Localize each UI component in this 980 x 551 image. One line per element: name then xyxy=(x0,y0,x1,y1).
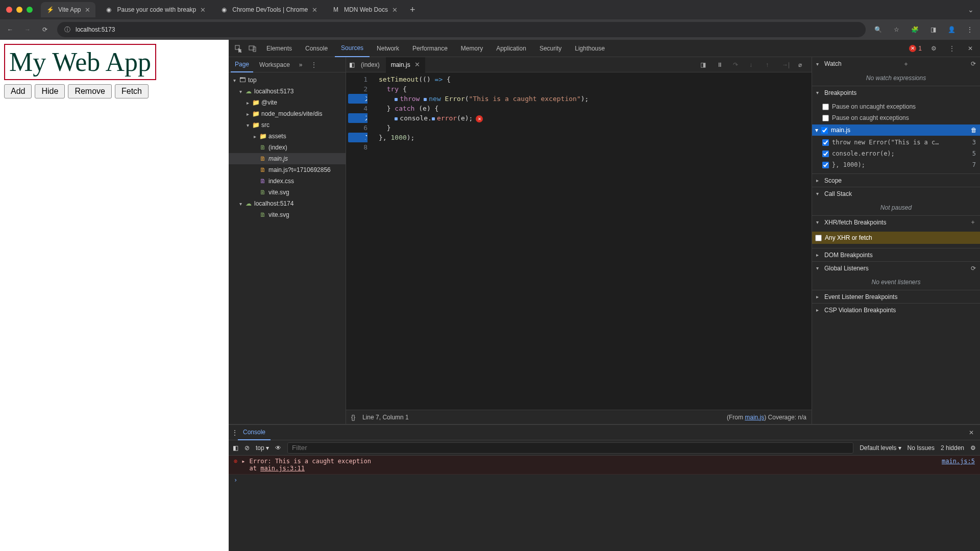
refresh-icon[interactable]: ⟳ xyxy=(971,265,976,272)
console-error-row[interactable]: ⊗ Error: This is a caught exception at m… xyxy=(229,456,980,474)
tree-file-vitesvg[interactable]: 🗎vite.svg xyxy=(229,187,346,198)
no-issues-label[interactable]: No Issues xyxy=(908,444,935,452)
error-count-badge[interactable]: ✕ 1 xyxy=(909,45,922,52)
console-prompt[interactable]: › xyxy=(229,474,980,486)
step-out-icon[interactable]: ↑ xyxy=(766,61,776,68)
side-panel-icon[interactable]: ◨ xyxy=(928,24,938,35)
console-settings-icon[interactable]: ⚙ xyxy=(970,444,976,452)
pause-caught-checkbox[interactable]: Pause on caught exceptions xyxy=(822,112,976,123)
tree-file-mainjs-query[interactable]: 🗎main.js?t=1710692856 xyxy=(229,164,346,176)
breakpoint-item[interactable]: }, 1000);7 xyxy=(822,159,976,170)
tab-close-icon[interactable]: ✕ xyxy=(200,6,206,14)
step-over-icon[interactable]: ↷ xyxy=(733,61,743,68)
tree-root[interactable]: 🗔top xyxy=(229,74,346,86)
navigator-tab-page[interactable]: Page xyxy=(231,57,253,72)
tree-folder-vite[interactable]: 📁@vite xyxy=(229,97,346,108)
close-icon[interactable]: ✕ xyxy=(414,61,420,68)
tree-folder-assets[interactable]: 📁assets xyxy=(229,131,346,142)
drawer-menu-icon[interactable]: ⋮ xyxy=(232,429,238,436)
navigator-tab-workspace[interactable]: Workspace xyxy=(255,57,294,72)
more-icon[interactable]: ⋮ xyxy=(945,42,959,55)
toggle-sidebar-icon[interactable]: ◧ xyxy=(233,444,238,452)
dom-breakpoints-header[interactable]: DOM Breakpoints xyxy=(812,248,980,261)
tree-folder-node-modules[interactable]: 📁node_modules/vite/dis xyxy=(229,108,346,119)
deactivate-breakpoints-icon[interactable]: ⌀ xyxy=(798,61,808,68)
tab-overflow-icon[interactable]: ⌄ xyxy=(968,6,974,14)
bookmark-icon[interactable]: ☆ xyxy=(891,24,901,35)
tree-file-mainjs[interactable]: 🗎main.js xyxy=(229,153,346,164)
tab-close-icon[interactable]: ✕ xyxy=(392,6,398,14)
tab-lighthouse[interactable]: Lighthouse xyxy=(569,40,611,57)
xhr-breakpoints-header[interactable]: XHR/fetch Breakpoints＋ xyxy=(812,215,980,229)
extensions-icon[interactable]: 🧩 xyxy=(910,24,920,35)
breakpoint-file-header[interactable]: main.js🗑 xyxy=(812,124,980,136)
navigator-menu-icon[interactable]: ⋮ xyxy=(308,61,320,68)
zoom-icon[interactable]: 🔍 xyxy=(873,24,883,35)
tab-close-icon[interactable]: ✕ xyxy=(85,6,90,14)
delete-icon[interactable]: 🗑 xyxy=(971,127,977,134)
navigator-more-icon[interactable]: » xyxy=(296,61,306,68)
inspect-element-icon[interactable] xyxy=(232,42,245,55)
tree-origin[interactable]: ☁localhost:5173 xyxy=(229,86,346,97)
source-link[interactable]: main.js xyxy=(745,414,764,421)
editor-tab-index[interactable]: (index) xyxy=(356,57,385,72)
csp-breakpoints-header[interactable]: CSP Violation Breakpoints xyxy=(812,303,980,316)
xhr-any-checkbox[interactable]: Any XHR or fetch xyxy=(812,232,980,244)
step-into-icon[interactable]: ↓ xyxy=(749,61,760,68)
pause-uncaught-checkbox[interactable]: Pause on uncaught exceptions xyxy=(822,101,976,112)
tab-console[interactable]: Console xyxy=(299,40,334,57)
refresh-watch-icon[interactable]: ⟳ xyxy=(971,60,976,67)
log-source-link[interactable]: main.js:5 xyxy=(942,458,975,472)
reload-button[interactable]: ⟳ xyxy=(40,24,50,35)
forward-button[interactable]: → xyxy=(22,24,33,35)
toggle-debugger-icon[interactable]: ◨ xyxy=(700,61,710,68)
tree-folder-src[interactable]: 📁src xyxy=(229,119,346,131)
add-button[interactable]: Add xyxy=(4,84,32,98)
pause-icon[interactable]: ⏸ xyxy=(717,61,727,68)
event-listener-breakpoints-header[interactable]: Event Listener Breakpoints xyxy=(812,290,980,303)
browser-tab-devtools-doc[interactable]: ◉ Pause your code with breakp ✕ xyxy=(100,2,211,17)
expand-icon[interactable] xyxy=(241,458,245,472)
close-window-icon[interactable] xyxy=(6,7,12,13)
breakpoints-header[interactable]: Breakpoints xyxy=(812,86,980,99)
settings-icon[interactable]: ⚙ xyxy=(927,42,940,55)
callstack-header[interactable]: Call Stack xyxy=(812,187,980,200)
scope-header[interactable]: Scope xyxy=(812,173,980,187)
code-content[interactable]: setTimeout(() => { try { throw new Error… xyxy=(372,72,812,410)
error-marker-icon[interactable]: ✕ xyxy=(476,115,483,122)
live-expression-icon[interactable]: 👁 xyxy=(275,444,281,452)
toggle-navigator-icon[interactable]: ◧ xyxy=(349,61,355,68)
global-listeners-header[interactable]: Global Listeners⟳ xyxy=(812,261,980,274)
console-filter-input[interactable] xyxy=(287,442,853,454)
tab-memory[interactable]: Memory xyxy=(455,40,489,57)
editor-tab-mainjs[interactable]: main.js✕ xyxy=(386,57,425,72)
close-devtools-icon[interactable]: ✕ xyxy=(964,42,977,55)
tree-file-vitesvg-2[interactable]: 🗎vite.svg xyxy=(229,209,346,220)
step-icon[interactable]: →| xyxy=(782,61,792,68)
gutter[interactable]: 1 2 3 4 5 6 7 8 xyxy=(346,72,372,410)
tree-file-index[interactable]: 🗎(index) xyxy=(229,142,346,153)
address-bar[interactable]: ⓘ localhost:5173 xyxy=(57,22,866,37)
add-xhr-icon[interactable]: ＋ xyxy=(970,218,976,227)
tab-application[interactable]: Application xyxy=(490,40,532,57)
hide-button[interactable]: Hide xyxy=(35,84,65,98)
minimize-window-icon[interactable] xyxy=(16,7,22,13)
tree-origin-2[interactable]: ☁localhost:5174 xyxy=(229,198,346,209)
tab-sources[interactable]: Sources xyxy=(335,40,370,57)
drawer-tab-console[interactable]: Console xyxy=(238,425,271,440)
tab-elements[interactable]: Elements xyxy=(260,40,298,57)
tree-file-indexcss[interactable]: 🗎index.css xyxy=(229,176,346,187)
menu-icon[interactable]: ⋮ xyxy=(965,24,975,35)
add-watch-icon[interactable]: ＋ xyxy=(903,60,909,68)
tab-security[interactable]: Security xyxy=(533,40,568,57)
maximize-window-icon[interactable] xyxy=(27,7,33,13)
browser-tab-mdn[interactable]: M MDN Web Docs ✕ xyxy=(327,2,403,17)
device-toolbar-icon[interactable] xyxy=(246,42,259,55)
code-editor[interactable]: 1 2 3 4 5 6 7 8 setTimeout(() => { try {… xyxy=(346,72,812,410)
fetch-button[interactable]: Fetch xyxy=(115,84,149,98)
profile-icon[interactable]: 👤 xyxy=(946,24,957,35)
log-levels-selector[interactable]: Default levels ▾ xyxy=(860,444,901,452)
watch-header[interactable]: Watch＋⟳ xyxy=(812,57,980,70)
hidden-count[interactable]: 2 hidden xyxy=(941,444,964,452)
breakpoint-item[interactable]: console.error(e);5 xyxy=(822,148,976,159)
